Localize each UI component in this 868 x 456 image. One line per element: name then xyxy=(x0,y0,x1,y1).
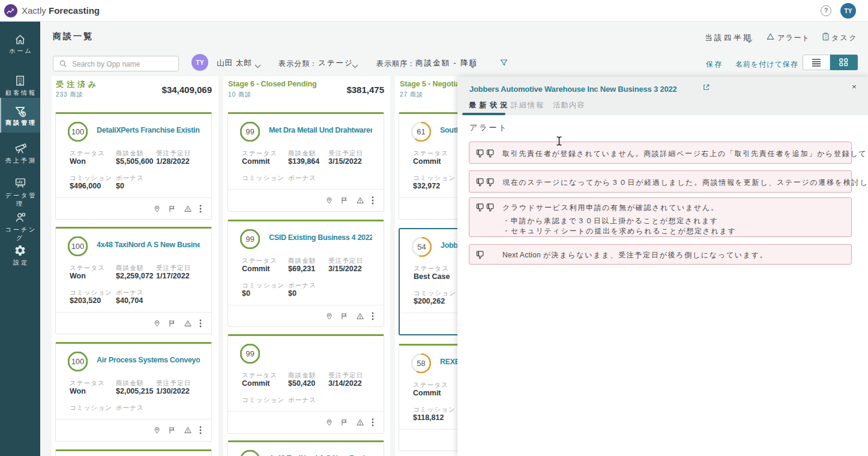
svg-text:99: 99 xyxy=(246,235,254,244)
svg-text:100: 100 xyxy=(71,242,85,251)
svg-text:$: $ xyxy=(22,112,25,117)
svg-text:61: 61 xyxy=(417,127,425,136)
svg-text:54: 54 xyxy=(417,242,426,251)
svg-text:100: 100 xyxy=(71,127,85,136)
svg-text:100: 100 xyxy=(71,357,85,366)
svg-text:99: 99 xyxy=(246,349,254,358)
svg-text:99: 99 xyxy=(246,127,254,136)
svg-text:58: 58 xyxy=(417,359,425,368)
